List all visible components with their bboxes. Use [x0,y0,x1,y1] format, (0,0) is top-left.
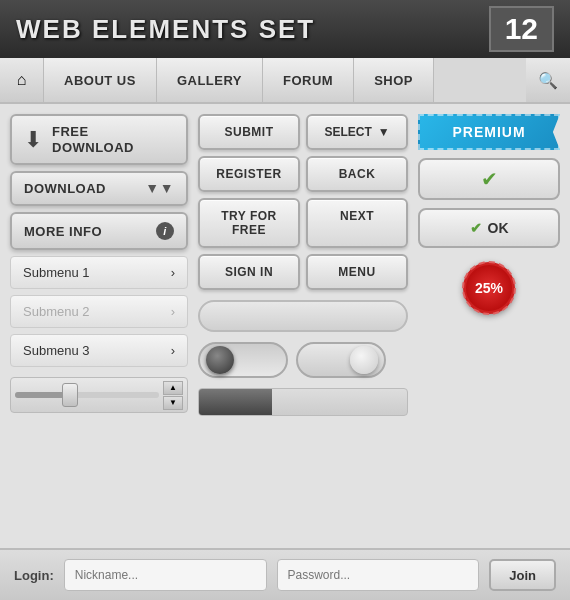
check-button[interactable]: ✔ [418,158,560,200]
premium-banner[interactable]: PREMIUM [418,114,560,150]
button-row-2: REGISTER BACK [198,156,408,192]
next-button[interactable]: NEXT [306,198,408,248]
nav-item-about-us[interactable]: ABOUT US [44,58,157,102]
menu-button[interactable]: MENU [306,254,408,290]
toggle-knob-light [350,346,378,374]
download-icon: ⬇ [24,127,42,153]
submenu-arrow-2: › [171,304,175,319]
header-title: WEB ELEMENTS SET [16,14,315,45]
password-input[interactable] [277,559,480,591]
home-icon: ⌂ [17,71,27,89]
nav-item-forum[interactable]: FORUM [263,58,354,102]
right-column: PREMIUM ✔ ✔ OK 25% [418,114,560,538]
progress-bar[interactable] [198,388,408,416]
submenu-item-2[interactable]: Submenu 2 › [10,295,188,328]
search-icon: 🔍 [538,71,558,90]
submit-button[interactable]: SUBMIT [198,114,300,150]
select-button[interactable]: SELECT ▼ [306,114,408,150]
header-number: 12 [489,6,554,52]
middle-column: SUBMIT SELECT ▼ REGISTER BACK TRY FOR FR… [198,114,408,538]
checkmark-icon: ✔ [481,167,498,191]
nav-search-button[interactable]: 🔍 [526,58,570,102]
ok-check-icon: ✔ [470,220,482,236]
select-arrow-icon: ▼ [378,125,390,139]
join-button[interactable]: Join [489,559,556,591]
try-for-free-button[interactable]: TRY FOR FREE [198,198,300,248]
slider-thumb[interactable] [62,383,78,407]
button-row-4: SIGN IN MENU [198,254,408,290]
submenu-item-1[interactable]: Submenu 1 › [10,256,188,289]
nav-item-gallery[interactable]: GALLERY [157,58,263,102]
toggle-dark[interactable] [198,342,288,378]
footer-login-bar: Login: Join [0,548,570,600]
submenu-item-3[interactable]: Submenu 3 › [10,334,188,367]
back-button[interactable]: BACK [306,156,408,192]
toggle-knob-dark [206,346,234,374]
main-content: ⬇ FREE DOWNLOAD DOWNLOAD ▼▼ MORE INFO i … [0,104,570,548]
discount-seal[interactable]: 25% [463,262,515,314]
header: WEB ELEMENTS SET 12 [0,0,570,58]
more-info-button[interactable]: MORE INFO i [10,212,188,250]
sign-in-button[interactable]: SIGN IN [198,254,300,290]
login-label: Login: [14,568,54,583]
navbar: ⌂ ABOUT US GALLERY FORUM SHOP 🔍 [0,58,570,104]
toggle-area [198,342,408,378]
nickname-input[interactable] [64,559,267,591]
free-download-label: FREE DOWNLOAD [52,124,134,155]
nav-home-button[interactable]: ⌂ [0,58,44,102]
slider-arrows: ▲ ▼ [163,381,183,410]
info-icon: i [156,222,174,240]
slider-container[interactable]: ▲ ▼ [10,377,188,413]
double-arrow-icon: ▼▼ [145,183,174,194]
arrow-up-button[interactable]: ▲ [163,381,183,395]
arrow-down-button[interactable]: ▼ [163,396,183,410]
ok-button[interactable]: ✔ OK [418,208,560,248]
free-download-button[interactable]: ⬇ FREE DOWNLOAD [10,114,188,165]
button-row-1: SUBMIT SELECT ▼ [198,114,408,150]
progress-bar-fill [199,389,272,415]
slider-track [15,392,159,398]
long-input-field[interactable] [198,300,408,332]
button-row-3: TRY FOR FREE NEXT [198,198,408,248]
submenu-arrow-1: › [171,265,175,280]
left-column: ⬇ FREE DOWNLOAD DOWNLOAD ▼▼ MORE INFO i … [10,114,188,538]
register-button[interactable]: REGISTER [198,156,300,192]
download-button[interactable]: DOWNLOAD ▼▼ [10,171,188,206]
toggle-light[interactable] [296,342,386,378]
nav-item-shop[interactable]: SHOP [354,58,434,102]
submenu-arrow-3: › [171,343,175,358]
